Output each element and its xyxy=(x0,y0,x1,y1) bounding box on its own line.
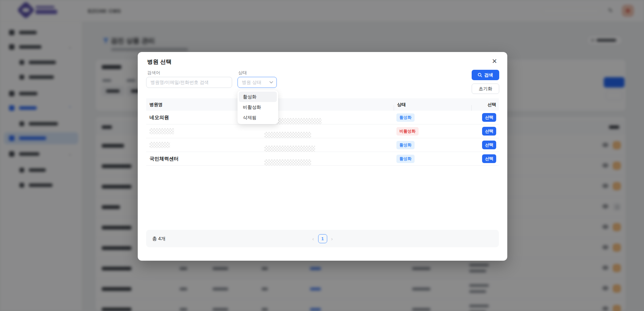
keyword-label: 검색어 xyxy=(147,70,160,76)
hospital-select-modal: 병원 선택 ✕ 검색어 상태 병원 상태 검색 초기화 활성화비활성화삭제됨 병… xyxy=(138,52,507,261)
modal-table-header: 병원명 상태 선택 xyxy=(146,98,499,111)
status-dropdown: 활성화비활성화삭제됨 xyxy=(238,90,278,124)
hospital-row: 활성화선택 xyxy=(146,138,499,152)
column-select: 선택 xyxy=(471,102,499,108)
status-option[interactable]: 비활성화 xyxy=(239,102,277,112)
hospital-row: 네오의원활성화선택 xyxy=(146,111,499,124)
keyword-search-input[interactable] xyxy=(146,77,232,88)
pagination: ‹ 1 › xyxy=(146,230,499,247)
status-badge: 활성화 xyxy=(396,113,415,122)
status-select[interactable]: 병원 상태 xyxy=(238,77,277,88)
redacted-contact xyxy=(264,146,315,152)
modal-title: 병원 선택 xyxy=(147,58,172,66)
close-icon[interactable]: ✕ xyxy=(490,57,499,66)
redacted-name xyxy=(149,142,170,148)
prev-page-icon[interactable]: ‹ xyxy=(312,236,314,242)
modal-table-body: 네오의원활성화선택비활성화선택활성화선택국민체력센터활성화선택 xyxy=(146,111,499,166)
page-number-button[interactable]: 1 xyxy=(318,234,327,243)
modal-search-button[interactable]: 검색 xyxy=(472,70,499,80)
modal-reset-button[interactable]: 초기화 xyxy=(472,84,499,94)
hospital-row: 비활성화선택 xyxy=(146,124,499,138)
status-badge: 비활성화 xyxy=(396,127,419,136)
redacted-contact xyxy=(264,132,311,138)
next-page-icon[interactable]: › xyxy=(331,236,333,242)
modal-footer: 총 4개 ‹ 1 › xyxy=(146,230,499,247)
hospital-name: 네오의원 xyxy=(149,115,169,120)
status-select-value: 병원 상태 xyxy=(242,80,261,86)
redacted-contact xyxy=(264,159,311,165)
redacted-name xyxy=(149,128,174,134)
select-button[interactable]: 선택 xyxy=(482,127,496,136)
search-icon xyxy=(478,73,482,77)
chevron-down-icon xyxy=(269,81,273,84)
column-status: 상태 xyxy=(394,102,471,108)
status-badge: 활성화 xyxy=(396,141,415,149)
app-root: EZCHK CMS ✎ ⌄⌃⌄ 검진 상품 관리 ⟳ xyxy=(0,0,644,311)
status-option[interactable]: 활성화 xyxy=(239,92,277,102)
status-badge: 활성화 xyxy=(396,155,415,163)
select-button[interactable]: 선택 xyxy=(482,141,496,149)
select-button[interactable]: 선택 xyxy=(482,154,496,163)
hospital-row: 국민체력센터활성화선택 xyxy=(146,152,499,166)
status-option[interactable]: 삭제됨 xyxy=(239,112,277,123)
hospital-name: 국민체력센터 xyxy=(149,156,179,161)
select-button[interactable]: 선택 xyxy=(482,113,496,122)
status-label: 상태 xyxy=(238,70,247,76)
